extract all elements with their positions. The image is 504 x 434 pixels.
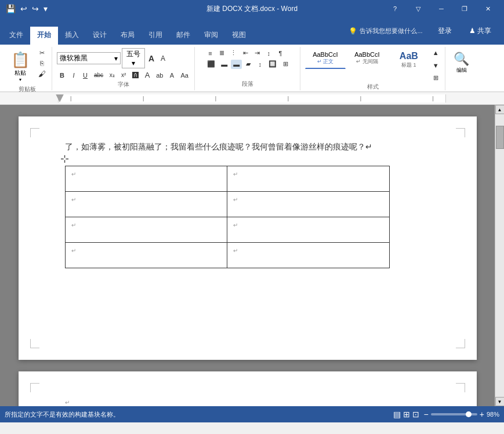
corner-mark-tr <box>456 383 465 392</box>
clear-format-button[interactable]: 🅰 <box>130 71 141 80</box>
style-nospace[interactable]: AaBbCcI ↵ 无间隔 <box>347 48 387 68</box>
group-editing: 🔍 编辑 <box>447 47 477 90</box>
zoom-percent[interactable]: 98% <box>487 411 499 418</box>
login-button[interactable]: 登录 <box>431 24 459 38</box>
share-button[interactable]: ♟ 共享 <box>461 24 499 38</box>
find-button[interactable]: 🔍 编辑 <box>451 49 472 76</box>
help-search[interactable]: 💡 告诉我您想要做什么... <box>343 24 428 38</box>
ribbon-collapse-icon[interactable]: ▽ <box>407 0 430 17</box>
highlight-button[interactable]: ab <box>154 71 165 80</box>
superscript-button[interactable]: x² <box>118 71 129 79</box>
font-name-selector[interactable]: 微软雅黑 ▾ <box>57 52 121 64</box>
table-cell-r2c1[interactable]: ↵ <box>65 192 227 217</box>
font-size-selector[interactable]: 五号 ▾ <box>122 48 145 68</box>
status-bar-left: 所指定的文字不是有效的构建基块名称。 <box>5 410 119 419</box>
close-button[interactable]: ✕ <box>476 0 499 17</box>
para-mark: ↵ <box>71 196 76 203</box>
table-cell-r4c1[interactable]: ↵ <box>65 243 227 268</box>
tab-view[interactable]: 视图 <box>225 27 253 45</box>
table-cell-r1c1[interactable]: ↵ <box>65 166 227 192</box>
group-styles: AaBbCcI ↵ 正文 AaBbCcI ↵ 无间隔 AaB 标题 1 ▲ ▼ … <box>302 47 445 90</box>
underline-button[interactable]: U <box>80 71 90 80</box>
zoom-slider[interactable] <box>431 413 477 415</box>
font-dropdown-icon[interactable]: ▾ <box>114 54 118 63</box>
tab-mailings[interactable]: 邮件 <box>169 27 197 45</box>
tab-insert[interactable]: 插入 <box>58 27 86 45</box>
italic-button[interactable]: I <box>68 71 79 80</box>
zoom-out-button[interactable]: − <box>424 410 429 419</box>
tab-references[interactable]: 引用 <box>142 27 169 45</box>
style-normal[interactable]: AaBbCcI ↵ 正文 <box>305 48 346 69</box>
subscript-button[interactable]: x₂ <box>107 71 117 79</box>
tab-home[interactable]: 开始 <box>30 27 58 45</box>
scrollbar-right[interactable]: ▲ ▼ <box>495 105 504 406</box>
styles-scroll-up[interactable]: ▲ <box>430 48 441 57</box>
align-right-button[interactable]: ▬ <box>231 60 242 69</box>
undo-icon[interactable]: ↩ <box>19 3 28 14</box>
tab-file[interactable]: 文件 <box>2 27 30 45</box>
style-heading1[interactable]: AaB 标题 1 <box>389 48 429 72</box>
font-size-change-button[interactable]: A <box>166 71 177 80</box>
table-row: ↵ ↵ <box>65 192 389 217</box>
redo-icon[interactable]: ↪ <box>31 3 40 14</box>
increase-indent-button[interactable]: ⇥ <box>252 48 262 58</box>
align-center-button[interactable]: ▬ <box>219 60 230 69</box>
justify-button[interactable]: ▰ <box>243 59 253 69</box>
page2-para-mark: ↵ <box>65 399 70 406</box>
document-scroll-area[interactable]: 了，如薄雾，被初阳蒸融了；我留着些什么痕迹呢？我何曾留着像游丝样的痕迹呢？↵ ⊹… <box>0 105 495 406</box>
shading-button[interactable]: 🔲 <box>266 59 279 69</box>
styles-scroll-down[interactable]: ▼ <box>430 61 441 70</box>
styles-label: 样式 <box>367 83 379 92</box>
style-heading1-label: 标题 1 <box>395 61 423 69</box>
table-row: ↵ ↵ <box>65 217 389 243</box>
strikethrough-button[interactable]: abc <box>92 71 106 79</box>
table-cell-r4c2[interactable]: ↵ <box>227 243 390 268</box>
search-area: 🔍 编辑 <box>450 48 473 77</box>
align-left-button[interactable]: ⬛ <box>205 59 217 69</box>
font-grow-button[interactable]: A <box>146 53 157 64</box>
show-marks-button[interactable]: ¶ <box>275 49 285 58</box>
bullets-button[interactable]: ≡ <box>205 49 215 58</box>
table-cell-r3c2[interactable]: ↵ <box>227 217 390 243</box>
restore-button[interactable]: ❐ <box>453 0 476 17</box>
table-cell-r3c1[interactable]: ↵ <box>65 217 227 243</box>
table-cell-r1c2[interactable]: ↵ <box>227 166 390 192</box>
zoom-in-button[interactable]: + <box>480 410 484 419</box>
zoom-thumb <box>466 411 472 417</box>
bold-button[interactable]: B <box>57 71 67 80</box>
web-view-button[interactable]: ⊡ <box>412 410 419 419</box>
customize-icon[interactable]: ▾ <box>42 3 49 14</box>
scroll-track[interactable] <box>495 114 504 397</box>
numbering-button[interactable]: ≣ <box>216 48 227 58</box>
line-spacing-button[interactable]: ↕ <box>255 60 265 69</box>
font-case-button[interactable]: Aa <box>178 71 190 80</box>
styles-more[interactable]: ⊞ <box>430 73 441 83</box>
tab-design[interactable]: 设计 <box>86 27 114 45</box>
scroll-down-button[interactable]: ▼ <box>495 397 505 406</box>
tab-layout[interactable]: 布局 <box>114 27 142 45</box>
format-painter-button[interactable]: 🖌 <box>36 68 48 79</box>
help-icon[interactable]: ? <box>383 0 407 17</box>
minimize-button[interactable]: ─ <box>430 0 453 17</box>
cut-button[interactable]: ✂ <box>36 48 48 58</box>
save-icon[interactable]: 💾 <box>5 3 17 14</box>
print-view-button[interactable]: ▤ <box>393 410 401 419</box>
tab-review[interactable]: 审阅 <box>197 27 225 45</box>
multilevel-button[interactable]: ⋮ <box>228 48 239 58</box>
borders-button[interactable]: ⊞ <box>280 59 291 69</box>
sort-button[interactable]: ↕ <box>263 49 274 58</box>
style-nospace-preview: AaBbCcI <box>353 51 381 58</box>
table-cell-r2c2[interactable]: ↵ <box>227 192 390 217</box>
copy-button[interactable]: ⎘ <box>36 59 48 68</box>
title-bar: 💾 ↩ ↪ ▾ 新建 DOCX 文档.docx - Word ? ▽ ─ ❐ ✕ <box>0 0 504 17</box>
font-color-button[interactable]: A <box>142 70 153 81</box>
scroll-up-button[interactable]: ▲ <box>495 105 505 114</box>
read-view-button[interactable]: ⊞ <box>403 410 410 419</box>
paste-button[interactable]: 📋 粘贴 ▾ <box>6 48 35 85</box>
font-shrink-button[interactable]: A <box>158 53 168 64</box>
table-move-cursor[interactable]: ⊹ <box>60 152 69 165</box>
decrease-indent-button[interactable]: ⇤ <box>240 48 251 58</box>
ruler-marks: | | | | | | <box>59 96 445 101</box>
font-size-dropdown-icon[interactable]: ▾ <box>132 59 135 67</box>
scroll-thumb[interactable] <box>496 126 504 149</box>
